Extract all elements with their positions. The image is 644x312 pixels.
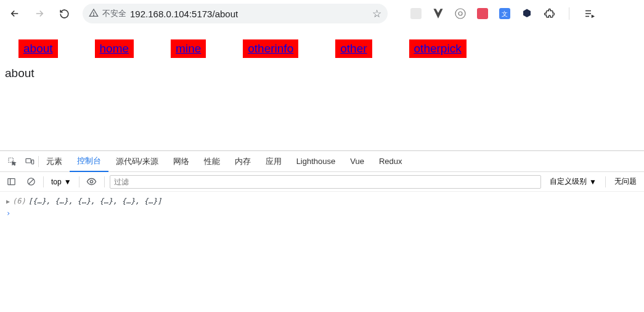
nav-link-otherpick[interactable]: otherpick (409, 39, 467, 58)
object-preview: [{…}, {…}, {…}, {…}, {…}, {…}] (28, 197, 162, 205)
devtools-tabs: 元素 控制台 源代码/来源 网络 性能 内存 应用 Lighthouse Vue… (0, 151, 644, 172)
forward-button[interactable] (30, 4, 49, 23)
nav-link-mine[interactable]: mine (171, 39, 206, 58)
tab-elements[interactable]: 元素 (39, 151, 70, 172)
svg-rect-4 (477, 8, 488, 19)
eye-icon[interactable] (84, 174, 99, 189)
translate-extension-icon[interactable]: 文 (499, 7, 511, 20)
svg-rect-10 (7, 179, 14, 185)
filter-input[interactable] (110, 175, 542, 189)
tab-sources[interactable]: 源代码/来源 (108, 151, 166, 172)
dropdown-icon: ▼ (589, 178, 597, 186)
page-content: about home mine otherinfo other otherpic… (0, 27, 644, 150)
clear-console-icon[interactable] (23, 174, 38, 189)
extension-icon-6[interactable] (521, 7, 533, 20)
console-line[interactable]: ▶ (6) [{…}, {…}, {…}, {…}, {…}, {…}] (6, 197, 638, 205)
tab-performance[interactable]: 性能 (197, 151, 227, 172)
console-separator-4 (605, 176, 606, 187)
svg-text:文: 文 (502, 10, 508, 17)
nav-links: about home mine otherinfo other otherpic… (5, 39, 639, 58)
device-toggle-icon[interactable] (21, 153, 38, 170)
levels-selector[interactable]: 自定义级别 ▼ (546, 176, 600, 187)
tab-memory[interactable]: 内存 (227, 151, 258, 172)
tab-console[interactable]: 控制台 (70, 151, 108, 172)
inspect-element-icon[interactable] (4, 153, 21, 170)
extension-icon-4[interactable] (476, 7, 489, 20)
context-label: top (51, 178, 62, 186)
page-title: about (5, 67, 639, 80)
console-separator-1 (43, 176, 44, 187)
svg-rect-1 (410, 8, 422, 19)
svg-point-0 (94, 15, 94, 15)
tab-application[interactable]: 应用 (258, 151, 289, 172)
nav-link-home[interactable]: home (95, 39, 134, 58)
insecure-icon (89, 8, 99, 20)
tab-lighthouse[interactable]: Lighthouse (289, 151, 343, 172)
svg-point-3 (459, 12, 462, 15)
tab-redux[interactable]: Redux (372, 151, 410, 172)
extension-icons: 文 (410, 7, 595, 20)
extension-icon-3[interactable] (454, 7, 467, 20)
context-selector[interactable]: top ▼ (49, 178, 74, 186)
expand-arrow-icon[interactable]: ▶ (6, 198, 10, 205)
array-count: (6) (12, 197, 26, 205)
nav-link-otherinfo[interactable]: otherinfo (243, 39, 298, 58)
svg-point-2 (455, 9, 465, 18)
extensions-menu-icon[interactable] (543, 7, 555, 20)
toolbar-divider (569, 7, 569, 20)
console-prompt[interactable]: › (6, 209, 638, 218)
bookmark-star-icon[interactable]: ☆ (372, 7, 381, 20)
svg-rect-9 (31, 160, 33, 164)
console-separator-3 (104, 176, 105, 187)
console-sidebar-icon[interactable] (4, 174, 18, 189)
reload-button[interactable] (54, 4, 74, 23)
tab-vue[interactable]: Vue (343, 151, 372, 172)
back-button[interactable] (5, 4, 25, 23)
devtools-panel: 元素 控制台 源代码/来源 网络 性能 内存 应用 Lighthouse Vue… (0, 150, 644, 312)
vue-extension-icon[interactable] (432, 7, 444, 20)
nav-link-about[interactable]: about (18, 39, 58, 58)
console-body: ▶ (6) [{…}, {…}, {…}, {…}, {…}, {…}] › (0, 192, 644, 312)
console-toolbar: top ▼ 自定义级别 ▼ 无问题 (0, 172, 644, 192)
tab-network[interactable]: 网络 (166, 151, 197, 172)
address-bar[interactable]: 不安全 192.168.0.104:5173/about ☆ (83, 4, 388, 23)
insecure-label: 不安全 (102, 8, 126, 19)
console-separator-2 (79, 176, 79, 187)
extension-icon-1[interactable] (410, 7, 422, 20)
media-control-icon[interactable] (583, 7, 595, 20)
levels-label: 自定义级别 (550, 176, 587, 187)
url-text: 192.168.0.104:5173/about (130, 9, 369, 19)
svg-rect-8 (26, 158, 31, 163)
browser-toolbar: 不安全 192.168.0.104:5173/about ☆ 文 (0, 0, 644, 27)
issues-label: 无问题 (611, 176, 640, 187)
nav-link-other[interactable]: other (335, 39, 372, 58)
svg-point-12 (90, 180, 92, 183)
dropdown-icon: ▼ (64, 178, 71, 186)
